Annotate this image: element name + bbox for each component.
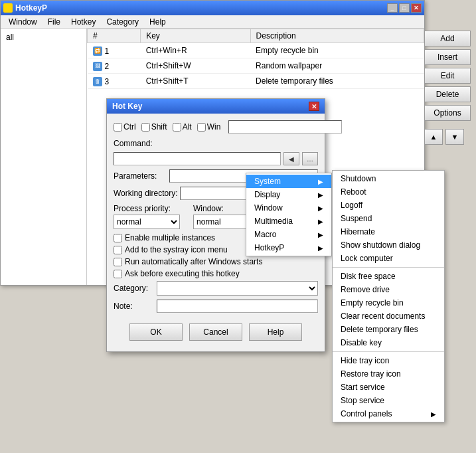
ctx-arrow-control-panels: ▶ bbox=[431, 410, 436, 418]
ctx-hotkeyp[interactable]: HotkeyP ▶ bbox=[246, 241, 331, 254]
workdir-label: Working directory: bbox=[114, 189, 177, 198]
ctx-start-service[interactable]: Start service bbox=[333, 381, 444, 394]
ctx-delete-temp[interactable]: Delete temporary files bbox=[333, 323, 444, 336]
context-menu-main: System ▶ Display ▶ Window ▶ Multimedia ▶… bbox=[246, 173, 332, 256]
ask-before-checkbox[interactable] bbox=[114, 270, 122, 278]
key-input[interactable] bbox=[228, 120, 342, 134]
col-key: Key bbox=[141, 29, 250, 43]
win-checkbox[interactable] bbox=[197, 123, 206, 132]
arrow-up-button[interactable]: ▲ bbox=[424, 129, 443, 145]
ctx-sep-1 bbox=[333, 267, 444, 268]
close-button[interactable]: ✕ bbox=[411, 3, 422, 13]
menu-help[interactable]: Help bbox=[144, 16, 171, 28]
table-row[interactable]: 🗑3 Ctrl+Shift+T Delete temporary files bbox=[88, 74, 424, 89]
category-row: Category: bbox=[114, 281, 318, 296]
dialog-title-bar: Hot Key ✕ bbox=[107, 99, 325, 114]
ctx-hide-tray[interactable]: Hide tray icon bbox=[333, 354, 444, 367]
ctx-remove-drive[interactable]: Remove drive bbox=[333, 283, 444, 296]
win-checkbox-item: Win bbox=[197, 122, 221, 132]
priority-select[interactable]: normal bbox=[114, 215, 180, 229]
ctx-disk-free[interactable]: Disk free space bbox=[333, 270, 444, 283]
ctx-show-shutdown[interactable]: Show shutdown dialog bbox=[333, 238, 444, 252]
dialog-buttons: OK Cancel Help bbox=[114, 319, 318, 345]
category-label: Category: bbox=[114, 284, 157, 293]
ctx-restore-tray[interactable]: Restore tray icon bbox=[333, 367, 444, 381]
icon-btn-row: ▲ ▼ bbox=[424, 129, 471, 145]
ctx-empty-recycle[interactable]: Empty recycle bin bbox=[333, 296, 444, 310]
ctx-control-panels[interactable]: Control panels ▶ bbox=[333, 407, 444, 420]
win-label: Win bbox=[207, 122, 221, 132]
ctrl-checkbox[interactable] bbox=[114, 123, 122, 132]
ctx-arrow-display: ▶ bbox=[318, 191, 323, 199]
command-label: Command: bbox=[114, 139, 167, 148]
title-bar-controls: _ □ ✕ bbox=[387, 3, 422, 13]
ctx-clear-recent[interactable]: Clear recent documents bbox=[333, 310, 444, 323]
delete-button[interactable]: Delete bbox=[424, 86, 471, 102]
auto-start-option: Run automatically after Windows starts bbox=[114, 257, 318, 266]
ok-button[interactable]: OK bbox=[129, 323, 183, 341]
help-button[interactable]: Help bbox=[249, 323, 302, 341]
row-icon-1: 🔁 bbox=[93, 46, 102, 56]
context-menu-sub: Shutdown Reboot Logoff Suspend Hibernate… bbox=[332, 170, 445, 422]
edit-button[interactable]: Edit bbox=[424, 68, 471, 84]
priority-group: Process priority: normal bbox=[114, 204, 180, 229]
alt-label: Alt bbox=[183, 122, 192, 132]
auto-start-checkbox[interactable] bbox=[114, 258, 122, 266]
arrow-down-button[interactable]: ▼ bbox=[445, 129, 464, 145]
dialog-close-button[interactable]: ✕ bbox=[309, 102, 319, 111]
ctx-multimedia[interactable]: Multimedia ▶ bbox=[246, 215, 331, 228]
ctx-suspend[interactable]: Suspend bbox=[333, 212, 444, 225]
ctrl-checkbox-item: Ctrl bbox=[114, 122, 136, 132]
ctx-shutdown[interactable]: Shutdown bbox=[333, 172, 444, 185]
sidebar: all bbox=[1, 29, 87, 285]
ctx-arrow-macro: ▶ bbox=[318, 231, 323, 238]
cancel-button[interactable]: Cancel bbox=[189, 323, 242, 341]
app-icon bbox=[3, 3, 13, 13]
options-button[interactable]: Options bbox=[424, 105, 471, 121]
insert-button[interactable]: Insert bbox=[424, 49, 471, 65]
ctx-display[interactable]: Display ▶ bbox=[246, 188, 331, 201]
title-bar: HotkeyP _ □ ✕ bbox=[1, 1, 424, 15]
ctx-arrow-multimedia: ▶ bbox=[318, 218, 323, 225]
ctx-logoff[interactable]: Logoff bbox=[333, 199, 444, 212]
ctx-disable-key[interactable]: Disable key bbox=[333, 336, 444, 349]
command-label-row: Command: bbox=[114, 139, 318, 148]
shift-checkbox[interactable] bbox=[141, 123, 150, 132]
menu-category[interactable]: Category bbox=[101, 16, 144, 28]
ctx-stop-service[interactable]: Stop service bbox=[333, 394, 444, 407]
systray-checkbox[interactable] bbox=[114, 246, 122, 254]
hotkey-table: # Key Description 🔁1 Ctrl+Win+R Empty re… bbox=[87, 29, 424, 89]
table-row[interactable]: 🔁1 Ctrl+Win+R Empty recycle bin bbox=[88, 43, 424, 58]
ctrl-label: Ctrl bbox=[123, 122, 136, 132]
enable-multiple-checkbox[interactable] bbox=[114, 234, 122, 242]
ctx-hibernate[interactable]: Hibernate bbox=[333, 225, 444, 238]
sidebar-item-all[interactable]: all bbox=[3, 31, 84, 43]
command-row: ◀ … bbox=[114, 152, 318, 165]
table-row[interactable]: 🖼2 Ctrl+Shift+W Random wallpaper bbox=[88, 58, 424, 74]
minimize-button[interactable]: _ bbox=[387, 3, 398, 13]
alt-checkbox-item: Alt bbox=[173, 122, 192, 132]
ctx-macro[interactable]: Macro ▶ bbox=[246, 228, 331, 241]
alt-checkbox[interactable] bbox=[173, 123, 181, 132]
col-num: # bbox=[88, 29, 141, 43]
menu-file[interactable]: File bbox=[42, 16, 66, 28]
col-desc: Description bbox=[250, 29, 424, 43]
add-button[interactable]: Add bbox=[424, 31, 471, 46]
ctx-window[interactable]: Window ▶ bbox=[246, 201, 331, 215]
menu-window[interactable]: Window bbox=[3, 16, 42, 28]
command-menu-btn[interactable]: … bbox=[302, 152, 318, 165]
ctx-arrow-system: ▶ bbox=[318, 178, 323, 185]
ctx-lock-computer[interactable]: Lock computer bbox=[333, 252, 444, 265]
dialog-title-text: Hot Key bbox=[112, 102, 142, 111]
command-input[interactable] bbox=[114, 152, 281, 165]
ctx-system[interactable]: System ▶ bbox=[246, 175, 331, 188]
note-input[interactable] bbox=[157, 300, 318, 313]
menu-hotkey[interactable]: Hotkey bbox=[66, 16, 101, 28]
category-select[interactable] bbox=[157, 281, 318, 296]
parameters-label: Parameters: bbox=[114, 171, 167, 181]
command-browse-btn[interactable]: ◀ bbox=[283, 152, 299, 165]
row-icon-2: 🖼 bbox=[93, 62, 102, 71]
menu-bar: Window File Hotkey Category Help bbox=[1, 15, 424, 29]
ctx-reboot[interactable]: Reboot bbox=[333, 185, 444, 199]
maximize-button[interactable]: □ bbox=[399, 3, 410, 13]
